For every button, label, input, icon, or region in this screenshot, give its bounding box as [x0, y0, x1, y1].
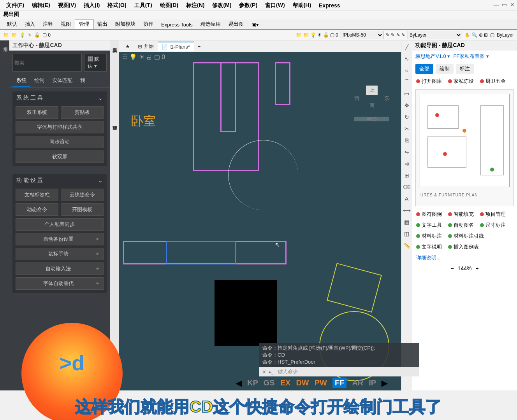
tool-block-icon[interactable]: ◫	[403, 229, 411, 238]
lp-tab-me[interactable]: 我	[76, 75, 89, 87]
command-input[interactable]: ✕ ▸_ 键入命令	[259, 367, 419, 376]
tag-project[interactable]: 项目管理	[480, 211, 506, 218]
sun-icon[interactable]: ☀	[28, 32, 32, 38]
lp-tab-draw[interactable]: 绘制	[30, 75, 48, 87]
zoom-out-button[interactable]: −	[450, 265, 454, 271]
btn-font-share[interactable]: 字体与打印样式共享	[16, 121, 104, 133]
tag-legend[interactable]: 图符图例	[416, 211, 442, 218]
collapsed-project-panel[interactable]: 项目管理	[110, 118, 119, 165]
tag-texttool[interactable]: 文字工具	[416, 222, 442, 229]
tool-dim-icon[interactable]: ⟷	[403, 206, 411, 215]
tab-output[interactable]: 输出	[93, 19, 111, 29]
sec2-header[interactable]: 功 能 设 置⌄	[12, 174, 107, 187]
toolbar-icons3[interactable]: ✎ ✎ ✎ ✎	[386, 32, 405, 38]
menu-format[interactable]: 格式(O)	[104, 2, 130, 9]
color-box[interactable]: ▢	[490, 32, 494, 38]
lock-icon[interactable]: 🔓	[34, 32, 40, 38]
doc-tab-add[interactable]: +	[194, 42, 205, 51]
doc-tab-plans[interactable]: 📄 !1-Plans*	[158, 42, 194, 51]
tag-matleader[interactable]: 材料标注引线	[448, 233, 484, 240]
kp-DW[interactable]: DW	[296, 378, 309, 387]
menu-insert[interactable]: 插入(I)	[80, 2, 104, 9]
tag-dim[interactable]: 尺寸标注	[480, 222, 506, 229]
tool-move-icon[interactable]: ✥	[403, 101, 411, 110]
canvas-viewport[interactable]: 卧室 上 西东 南 WCS ↖	[119, 62, 401, 390]
kp-next-icon[interactable]: ▶	[382, 378, 387, 388]
btn-font-sub[interactable]: 字体自动替代	[16, 277, 104, 290]
kp-KP[interactable]: KP	[247, 378, 258, 387]
tool-circle-icon[interactable]: ○	[403, 66, 411, 75]
btn-soft-dual[interactable]: 软双屏	[16, 150, 104, 163]
layer-icon2[interactable]: 📁	[11, 32, 17, 38]
tool-copy-icon[interactable]: ⎘	[403, 136, 411, 145]
tab-express[interactable]: Express Tools	[157, 21, 197, 29]
menu-param[interactable]: 参数(P)	[235, 2, 261, 9]
btn-open-tpl[interactable]: 开图模板	[61, 203, 104, 216]
kp-GS[interactable]: GS	[264, 378, 275, 387]
sec1-header[interactable]: 系 统 工 具⌄	[12, 91, 107, 105]
tab-annotate[interactable]: 注释	[39, 19, 57, 29]
menu-express[interactable]: Express	[315, 2, 344, 9]
menu-dim[interactable]: 标注(N)	[182, 2, 208, 9]
bulb-icon[interactable]: 💡	[19, 32, 25, 38]
bylayer-select1[interactable]: ByLayer	[408, 31, 462, 39]
tool-erase-icon[interactable]: ⌫	[403, 183, 411, 191]
btn-mouse-gesture[interactable]: 鼠标手势	[16, 248, 104, 260]
tool-trim-icon[interactable]: ✂	[403, 124, 411, 133]
search-input[interactable]	[12, 54, 82, 72]
tool-offset-icon[interactable]: ⇉	[403, 159, 411, 168]
btn-auto-ime[interactable]: 自动输入法	[16, 262, 104, 275]
tool-line-icon[interactable]: ╱	[403, 43, 411, 51]
detail-link[interactable]: 详细说明...	[412, 253, 517, 263]
btn-personal-sync[interactable]: 个人配置同步	[16, 218, 104, 231]
menu-tools[interactable]: 工具(T)	[130, 2, 156, 9]
tool-rotate-icon[interactable]: ↻	[403, 113, 411, 121]
tag-hardware[interactable]: 厨卫五金	[480, 78, 506, 85]
btn-doc-tabs[interactable]: 文档标签栏	[16, 189, 58, 201]
tab-manage[interactable]: 管理	[75, 19, 93, 29]
rp-drawing-select[interactable]: FF家私布置图 ▾	[453, 53, 489, 60]
tool-arc-icon[interactable]: ⌒	[403, 78, 411, 86]
tab-featured[interactable]: 精选应用	[197, 19, 225, 29]
tool-text-icon[interactable]: A	[403, 194, 411, 203]
btn-autobackup[interactable]: 自动备份设置	[16, 233, 104, 245]
btn-cloud-cmd[interactable]: 云快捷命令	[61, 189, 104, 201]
tag-smartfill[interactable]: 智能填充	[448, 211, 474, 218]
tag-furniture[interactable]: 家私陈设	[448, 78, 474, 85]
kp-AR[interactable]: AR	[352, 378, 363, 387]
btn-clipboard[interactable]: 剪贴板	[61, 106, 104, 119]
filter-draw[interactable]: 绘制	[436, 64, 454, 74]
kp-EX[interactable]: EX	[280, 378, 291, 387]
tool-hatch-icon[interactable]: ▦	[403, 218, 411, 226]
tool-rect-icon[interactable]: ▭	[403, 89, 411, 98]
layer-select[interactable]: !PboMS-50	[341, 31, 383, 39]
window-controls[interactable]: — ▭ ✕	[493, 2, 515, 8]
kp-PW[interactable]: PW	[315, 378, 327, 387]
tag-open-lib[interactable]: 打开图库	[416, 78, 442, 85]
tool-polyline-icon[interactable]: ∿	[403, 54, 411, 63]
menu-edit[interactable]: 编辑(E)	[28, 2, 54, 9]
vp-icon[interactable]: ☷ 💡 ☀ 🖨 ▢ 0	[122, 53, 165, 61]
menu-file[interactable]: 文件(F)	[2, 2, 28, 9]
lp-tab-match[interactable]: 实体匹配	[48, 75, 76, 87]
kp-IP[interactable]: IP	[369, 378, 376, 387]
btn-dblclick-sys[interactable]: 双击系统	[16, 106, 58, 119]
doc-tab-start[interactable]: ⊞ 开始	[134, 41, 158, 51]
view-cube[interactable]: 上 西东 南 WCS	[354, 86, 389, 121]
tool-measure-icon[interactable]: 📏	[403, 241, 411, 250]
nav-icons[interactable]: ✋ 🔍 ⊕ ⊞	[464, 32, 488, 38]
menu-draw[interactable]: 绘图(D)	[156, 2, 182, 9]
tool-mirror-icon[interactable]: ⇋	[403, 148, 411, 156]
tool-array-icon[interactable]: ⊞	[403, 171, 411, 180]
menu-window[interactable]: 窗口(W)	[261, 2, 289, 9]
menu-modify[interactable]: 修改(M)	[208, 2, 235, 9]
doc-tab-home[interactable]: ★	[121, 42, 134, 51]
strip-common[interactable]: 常用	[2, 44, 9, 387]
btn-sync-scroll[interactable]: 同步滚动	[16, 136, 104, 148]
layer-icon[interactable]: 📁	[3, 32, 9, 38]
filter-all[interactable]: 全部	[415, 64, 433, 74]
tag-autoname[interactable]: 自动图名	[448, 222, 474, 229]
lp-tab-system[interactable]: 系统	[12, 75, 30, 87]
menu-help[interactable]: 帮助(H)	[289, 2, 315, 9]
tag-textnote[interactable]: 文字说明	[416, 243, 442, 250]
